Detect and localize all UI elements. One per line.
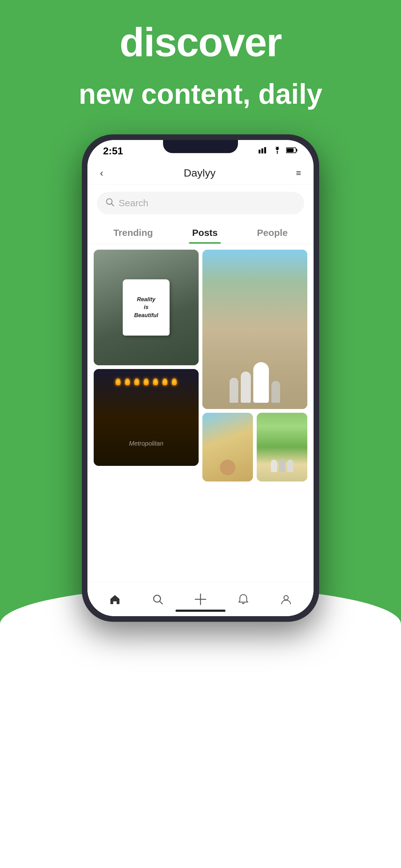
tab-trending[interactable]: Trending [107,224,159,241]
bar-name: Metropolitan [129,440,163,447]
phone-inner: 2:51 ‹ [88,140,313,616]
bottom-nav [88,582,313,616]
svg-line-8 [111,204,114,206]
search-section: Search [88,184,313,219]
signal-icon [259,147,269,155]
image-beach[interactable] [202,413,253,482]
image-bar[interactable]: Metropolitan [94,369,199,466]
bottom-white-curve [0,587,401,868]
grid-col-right [202,250,307,482]
nav-add[interactable] [191,590,210,609]
status-bar: 2:51 [88,140,313,162]
svg-rect-1 [261,148,263,153]
status-icons [259,146,298,156]
svg-rect-5 [296,149,297,152]
tab-people[interactable]: People [251,224,294,241]
battery-icon [286,147,298,155]
svg-point-13 [284,595,288,600]
svg-rect-0 [259,150,261,153]
app-title: Daylyy [183,167,215,179]
search-bar[interactable]: Search [97,192,304,214]
svg-rect-2 [264,147,266,153]
page-background: discover new content, daily 2:51 [0,0,401,868]
tabs-section: Trending Posts People [88,219,313,244]
image-grid: RealityisBeautiful [88,244,313,487]
search-icon [106,198,114,209]
svg-line-10 [160,601,162,604]
nav-search[interactable] [148,590,167,609]
hero-title: discover [0,19,401,66]
home-indicator [175,610,226,612]
tab-posts[interactable]: Posts [186,224,224,241]
wifi-icon [272,146,282,156]
menu-button[interactable]: ≡ [296,168,301,178]
nav-profile[interactable] [277,590,295,609]
back-button[interactable]: ‹ [100,167,103,179]
status-time: 2:51 [103,145,123,157]
nav-notifications[interactable] [234,590,253,609]
svg-point-3 [277,153,278,154]
bar-lights [115,378,177,385]
app-header: ‹ Daylyy ≡ [88,162,313,184]
grid-col-left: RealityisBeautiful [94,250,199,482]
phone-mockup: 2:51 ‹ [82,134,319,622]
image-bag[interactable]: RealityisBeautiful [94,250,199,365]
image-street[interactable] [202,250,307,409]
grid-right-bottom [202,413,307,482]
phone-outer: 2:51 ‹ [82,134,319,622]
nav-home[interactable] [106,590,124,609]
notch [163,140,238,153]
search-placeholder: Search [119,198,148,208]
svg-rect-6 [287,148,294,152]
content-area: Search Trending Posts [88,184,313,582]
hero-subtitle: new content, daily [0,78,401,110]
image-park[interactable] [257,413,307,482]
tabs-row: Trending Posts People [88,224,313,241]
